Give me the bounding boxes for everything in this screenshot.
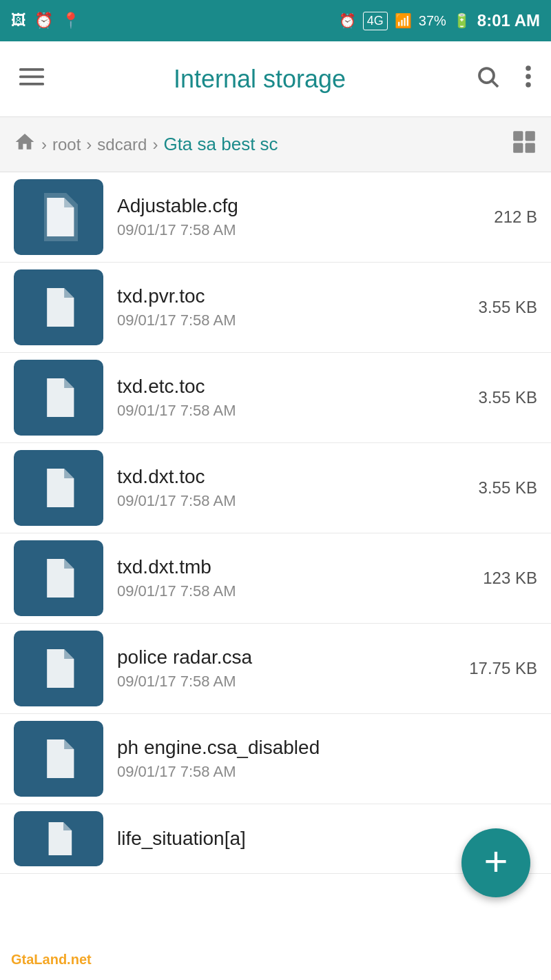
list-item[interactable]: txd.etc.toc 09/01/17 7:58 AM 3.55 KB [0,353,551,443]
svg-rect-1 [19,75,44,78]
signal-icon: 📶 [395,12,412,29]
file-icon-police-radar [14,631,103,706]
breadcrumb-current[interactable]: Gta sa best sc [163,134,278,155]
file-name: txd.dxt.toc [117,466,465,488]
status-time: 8:01 AM [477,11,540,30]
file-info: police radar.csa 09/01/17 7:58 AM [117,646,455,691]
list-item[interactable]: Adjustable.cfg 09/01/17 7:58 AM 212 B [0,172,551,263]
alarm-icon: ⏰ [34,12,53,30]
battery-icon: 🔋 [453,12,470,29]
search-button[interactable] [470,59,506,100]
alarm-status-icon: ⏰ [339,12,356,29]
file-info: ph engine.csa_disabled 09/01/17 7:58 AM [117,737,510,781]
file-date: 09/01/17 7:58 AM [117,763,510,781]
maps-icon: 📍 [61,12,80,30]
file-date: 09/01/17 7:58 AM [117,492,465,510]
breadcrumb-sep-1: › [41,135,47,154]
file-size: 3.55 KB [479,478,537,498]
file-size: 17.75 KB [469,659,537,678]
file-info: txd.dxt.toc 09/01/17 7:58 AM [117,466,465,510]
file-icon-txd-dxt-tmb [14,540,103,616]
page-title: Internal storage [63,65,456,94]
breadcrumb: › root › sdcard › Gta sa best sc [0,117,551,172]
menu-button[interactable] [14,59,50,100]
file-name: txd.pvr.toc [117,285,465,307]
home-breadcrumb[interactable] [14,131,36,158]
svg-line-4 [492,81,498,86]
file-name: txd.dxt.tmb [117,556,469,578]
file-info: txd.etc.toc 09/01/17 7:58 AM [117,376,465,420]
list-item[interactable]: police radar.csa 09/01/17 7:58 AM 17.75 … [0,624,551,714]
watermark: GtaLand.net [0,939,551,980]
status-bar-left-icons: 🖼 ⏰ 📍 [11,12,80,30]
more-options-button[interactable] [519,59,537,100]
file-date: 09/01/17 7:58 AM [117,673,455,691]
svg-point-7 [526,82,531,88]
svg-point-5 [526,65,531,71]
file-date: 09/01/17 7:58 AM [117,402,465,420]
file-info: txd.dxt.tmb 09/01/17 7:58 AM [117,556,469,600]
plus-icon: + [484,841,508,882]
breadcrumb-sep-3: › [152,135,158,154]
grid-view-button[interactable] [511,129,537,161]
file-size: 3.55 KB [479,388,537,407]
file-icon-txd-pvr-toc [14,269,103,345]
svg-rect-0 [19,68,44,71]
file-name: Adjustable.cfg [117,195,480,217]
watermark-text: GtaLand.net [11,952,92,968]
list-item[interactable]: txd.pvr.toc 09/01/17 7:58 AM 3.55 KB [0,263,551,353]
file-name: ph engine.csa_disabled [117,737,510,759]
file-date: 09/01/17 7:58 AM [117,312,465,329]
svg-point-6 [526,74,531,79]
battery-level: 37% [419,13,446,29]
app-bar: Internal storage [0,41,551,117]
file-size: 123 KB [483,569,537,588]
list-item[interactable]: txd.dxt.toc 09/01/17 7:58 AM 3.55 KB [0,443,551,533]
file-icon-partial [14,811,103,866]
svg-rect-9 [526,131,535,141]
breadcrumb-sdcard[interactable]: sdcard [97,135,147,154]
network-badge: 4G [363,12,388,30]
file-name: police radar.csa [117,646,455,668]
list-item[interactable]: ph engine.csa_disabled 09/01/17 7:58 AM … [0,714,551,804]
svg-rect-11 [526,143,535,152]
file-icon-txd-dxt-toc [14,450,103,526]
file-icon-ph-engine [14,721,103,797]
svg-point-3 [479,68,494,83]
file-list: Adjustable.cfg 09/01/17 7:58 AM 212 B tx… [0,172,551,874]
file-icon-txd-etc-toc [14,360,103,436]
status-bar: 🖼 ⏰ 📍 ⏰ 4G 📶 37% 🔋 8:01 AM [0,0,551,41]
file-icon-adjustable-cfg [14,179,103,255]
status-bar-right: ⏰ 4G 📶 37% 🔋 8:01 AM [339,11,540,30]
breadcrumb-root[interactable]: root [52,135,81,154]
photo-icon: 🖼 [11,12,26,30]
svg-rect-2 [19,83,44,85]
list-item[interactable]: txd.dxt.tmb 09/01/17 7:58 AM 123 KB [0,533,551,624]
file-name: txd.etc.toc [117,376,465,398]
file-info: Adjustable.cfg 09/01/17 7:58 AM [117,195,480,239]
fab-add-button[interactable]: + [461,828,530,897]
file-date: 09/01/17 7:58 AM [117,221,480,239]
file-size: 212 B [494,207,537,227]
file-date: 09/01/17 7:58 AM [117,582,469,600]
svg-rect-8 [513,131,523,141]
file-info: txd.pvr.toc 09/01/17 7:58 AM [117,285,465,329]
breadcrumb-sep-2: › [86,135,92,154]
file-size: 3.55 KB [479,298,537,317]
svg-rect-10 [513,143,523,152]
